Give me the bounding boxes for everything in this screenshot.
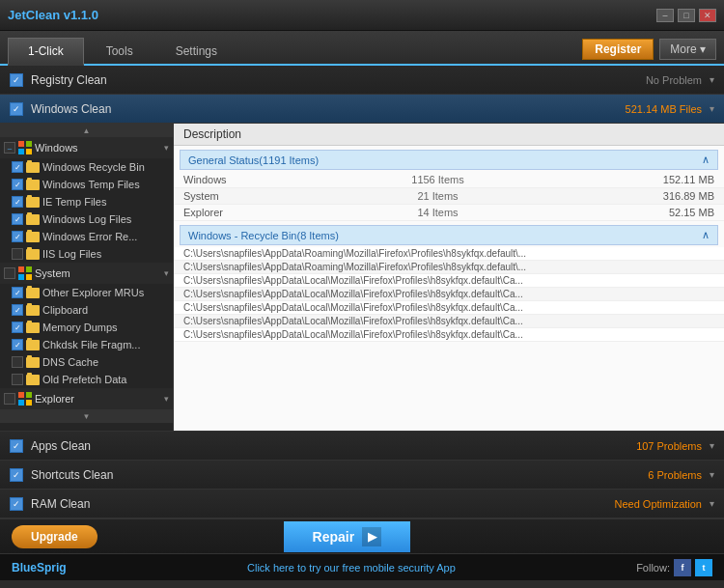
apps-checkbox[interactable]: ✓ bbox=[10, 439, 23, 453]
tree-label-iis: IIS Log Files bbox=[42, 248, 101, 260]
tree-item-prefetch[interactable]: Old Prefetch Data bbox=[0, 371, 173, 388]
tree-item-iis[interactable]: IIS Log Files bbox=[0, 245, 173, 263]
file-path-3: C:\Users\snapfiles\AppData\Local\Mozilla… bbox=[174, 288, 724, 301]
ram-clean-section[interactable]: ✓ RAM Clean Need Optimization ▾ bbox=[0, 490, 724, 518]
tree-label-clipboard: Clipboard bbox=[42, 304, 88, 316]
registry-clean-section[interactable]: ✓ Registry Clean No Problem ▾ bbox=[0, 66, 724, 95]
tab-tools[interactable]: Tools bbox=[86, 38, 153, 64]
app-title: JetClean v1.1.0 bbox=[8, 8, 98, 22]
tree-item-mrus[interactable]: ✓ Other Explorer MRUs bbox=[0, 284, 173, 301]
general-collapse-icon[interactable]: ∧ bbox=[702, 154, 710, 166]
tree-cb-mrus[interactable]: ✓ bbox=[12, 287, 23, 298]
tree-item-chkdsk[interactable]: ✓ Chkdsk File Fragm... bbox=[0, 336, 173, 353]
tab-1click[interactable]: 1-Click bbox=[8, 38, 84, 66]
minimize-button[interactable]: – bbox=[656, 9, 674, 22]
tree-label-ie: IE Temp Files bbox=[42, 196, 106, 208]
tree-cb-explorer[interactable] bbox=[4, 393, 15, 405]
more-button[interactable]: More ▾ bbox=[659, 39, 716, 60]
tree-label-memory: Memory Dumps bbox=[42, 322, 118, 333]
folder-icon-chkdsk bbox=[26, 340, 40, 350]
tree-item-temp[interactable]: ✓ Windows Temp Files bbox=[0, 176, 173, 193]
mobile-app-link[interactable]: Click here to try our free mobile securi… bbox=[247, 562, 456, 574]
twitter-icon[interactable]: t bbox=[695, 559, 712, 576]
tree-cb-chkdsk[interactable]: ✓ bbox=[12, 339, 23, 350]
register-button[interactable]: Register bbox=[582, 39, 654, 60]
follow-label: Follow: bbox=[636, 562, 670, 574]
tree-cb-prefetch[interactable] bbox=[12, 374, 23, 385]
main-content: ✓ Registry Clean No Problem ▾ ✓ Windows … bbox=[0, 66, 724, 518]
windows-icon bbox=[18, 141, 32, 154]
tree-scroll-down[interactable]: ▼ bbox=[0, 409, 173, 423]
file-path-2: C:\Users\snapfiles\AppData\Local\Mozilla… bbox=[174, 274, 724, 288]
tree-cb-system[interactable] bbox=[4, 267, 15, 279]
item-name-system: System bbox=[174, 188, 342, 205]
item-name-explorer: Explorer bbox=[174, 205, 342, 221]
tree-scroll-up[interactable]: ▲ bbox=[0, 124, 173, 137]
item-name-windows: Windows bbox=[174, 172, 342, 188]
tree-label-prefetch: Old Prefetch Data bbox=[42, 374, 126, 385]
apps-clean-section[interactable]: ✓ Apps Clean 107 Problems ▾ bbox=[0, 432, 724, 461]
close-button[interactable]: ✕ bbox=[699, 9, 716, 22]
folder-icon-dns bbox=[26, 357, 40, 368]
tab-settings[interactable]: Settings bbox=[155, 38, 237, 64]
tree-item-windows[interactable]: – Windows ▾ bbox=[0, 137, 173, 158]
tree-item-recycle[interactable]: ✓ Windows Recycle Bin bbox=[0, 158, 173, 176]
tree-item-log[interactable]: ✓ Windows Log Files bbox=[0, 210, 173, 228]
folder-icon-error bbox=[26, 232, 40, 242]
registry-checkbox[interactable]: ✓ bbox=[10, 73, 23, 87]
desc-panel: Description General Status(1191 Items) ∧… bbox=[174, 124, 724, 431]
windows-label: Windows Clean bbox=[31, 102, 626, 116]
tree-cb-temp[interactable]: ✓ bbox=[12, 179, 23, 190]
tree-cb-recycle[interactable]: ✓ bbox=[12, 161, 23, 173]
tree-cb-ie[interactable]: ✓ bbox=[12, 196, 23, 208]
tree-cb-windows[interactable]: – bbox=[4, 142, 15, 154]
tree-item-explorer[interactable]: Explorer ▾ bbox=[0, 388, 173, 409]
recycle-collapse-icon[interactable]: ∧ bbox=[702, 229, 710, 241]
tree-item-ie[interactable]: ✓ IE Temp Files bbox=[0, 193, 173, 210]
item-count-explorer: 14 Items bbox=[342, 205, 535, 221]
windows-checkbox[interactable]: ✓ bbox=[10, 102, 23, 116]
tree-cb-log[interactable]: ✓ bbox=[12, 213, 23, 225]
bluespring-logo: BlueSprig bbox=[12, 561, 67, 574]
repair-arrow-icon: ▶ bbox=[362, 527, 381, 546]
windows-expand-icon: ▾ bbox=[710, 103, 714, 114]
ram-checkbox[interactable]: ✓ bbox=[10, 497, 23, 511]
facebook-icon[interactable]: f bbox=[674, 559, 691, 576]
maximize-button[interactable]: □ bbox=[678, 9, 695, 22]
tree-item-error[interactable]: ✓ Windows Error Re... bbox=[0, 228, 173, 245]
item-count-system: 21 Items bbox=[342, 188, 535, 205]
tree-cb-dns[interactable] bbox=[12, 356, 23, 368]
windows-clean-section[interactable]: ✓ Windows Clean 521.14 MB Files ▾ bbox=[0, 95, 724, 124]
tree-item-dns[interactable]: DNS Cache bbox=[0, 353, 173, 371]
tree-cb-iis[interactable] bbox=[12, 248, 23, 260]
tree-label-explorer: Explorer bbox=[35, 393, 74, 405]
item-count-windows: 1156 Items bbox=[342, 172, 535, 188]
table-row: System 21 Items 316.89 MB bbox=[174, 188, 724, 205]
folder-icon-log bbox=[26, 214, 40, 225]
folder-icon-temp bbox=[26, 180, 40, 190]
desc-header: Description bbox=[174, 124, 724, 146]
tree-cb-memory[interactable]: ✓ bbox=[12, 322, 23, 333]
tree-chevron-explorer: ▾ bbox=[164, 394, 169, 404]
upgrade-button[interactable]: Upgrade bbox=[12, 525, 97, 548]
shortcuts-clean-section[interactable]: ✓ Shortcuts Clean 6 Problems ▾ bbox=[0, 461, 724, 490]
nav-right: Register More ▾ bbox=[582, 39, 716, 64]
tree-item-clipboard[interactable]: ✓ Clipboard bbox=[0, 301, 173, 319]
ram-status: Need Optimization bbox=[615, 498, 703, 510]
apps-status: 107 Problems bbox=[636, 440, 702, 452]
tree-item-system[interactable]: System ▾ bbox=[0, 263, 173, 284]
recycle-status-header: Windows - Recycle Bin(8 Items) ∧ bbox=[180, 225, 718, 245]
file-path-0: C:\Users\snapfiles\AppData\Roaming\Mozil… bbox=[174, 247, 724, 261]
folder-icon-memory bbox=[26, 322, 40, 333]
tree-item-memory[interactable]: ✓ Memory Dumps bbox=[0, 319, 173, 336]
repair-button[interactable]: Repair ▶ bbox=[284, 521, 411, 552]
tree-cb-clipboard[interactable]: ✓ bbox=[12, 304, 23, 316]
footer: Upgrade Repair ▶ bbox=[0, 518, 724, 553]
tree-label-windows: Windows bbox=[35, 142, 78, 154]
shortcuts-checkbox[interactable]: ✓ bbox=[10, 468, 23, 482]
folder-icon-ie bbox=[26, 197, 40, 208]
tree-panel: ▲ – Windows ▾ ✓ Windows Recycle Bin bbox=[0, 124, 174, 431]
folder-icon-clipboard bbox=[26, 305, 40, 316]
folder-icon-mrus bbox=[26, 288, 40, 298]
tree-cb-error[interactable]: ✓ bbox=[12, 231, 23, 242]
